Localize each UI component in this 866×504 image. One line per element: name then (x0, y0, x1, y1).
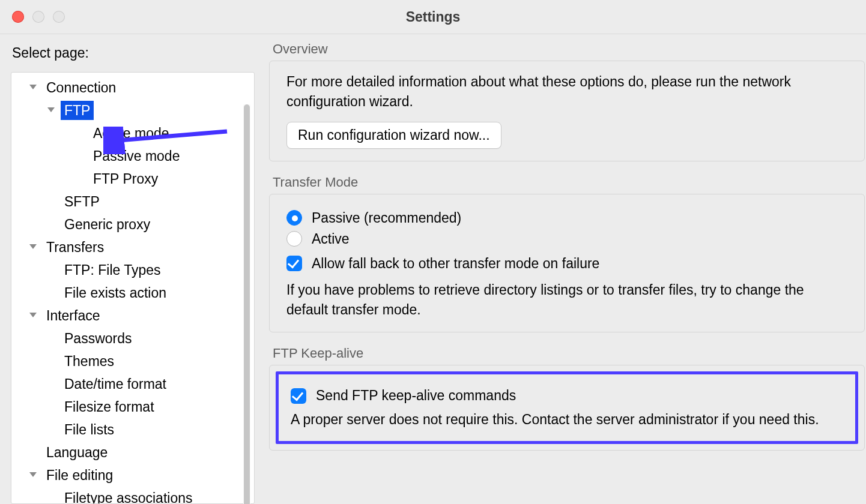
zoom-icon[interactable] (53, 11, 65, 23)
tree-item-passwords[interactable]: Passwords (11, 327, 254, 350)
radio-active[interactable]: Active (286, 231, 847, 247)
checkbox-fallback[interactable]: Allow fall back to other transfer mode o… (286, 256, 847, 272)
checkbox-label: Send FTP keep-alive commands (316, 388, 516, 404)
tree-item-ftp[interactable]: FTP (11, 99, 254, 122)
body: Select page: Connection FTP Active mode (0, 34, 866, 504)
transfer-help-text: If you have problems to retrieve directo… (286, 280, 847, 320)
chevron-down-icon[interactable] (28, 83, 38, 92)
tree-label: Date/time format (64, 373, 166, 395)
overview-text: For more detailed information about what… (286, 72, 847, 112)
tree-item-filesize[interactable]: Filesize format (11, 395, 254, 418)
tree-label: Active mode (93, 122, 169, 145)
sidebar-label: Select page: (12, 45, 255, 61)
keepalive-title: FTP Keep-alive (273, 346, 866, 361)
sidebar: Select page: Connection FTP Active mode (0, 34, 255, 504)
checkbox-icon[interactable] (286, 256, 302, 271)
tree-label: Filetype associations (64, 487, 193, 504)
chevron-down-icon[interactable] (28, 242, 38, 252)
tree-label: Passwords (64, 327, 132, 350)
tree-item-themes[interactable]: Themes (11, 350, 254, 373)
tree-item-ftp-proxy[interactable]: FTP Proxy (11, 167, 254, 190)
checkbox-icon[interactable] (291, 388, 306, 404)
tree-label: File editing (46, 464, 113, 487)
tree-label: FTP: File Types (64, 259, 161, 281)
tree-item-generic-proxy[interactable]: Generic proxy (11, 213, 254, 236)
radio-label: Passive (recommended) (312, 210, 461, 226)
annotation-highlight: Send FTP keep-alive commands A proper se… (276, 371, 858, 443)
keepalive-help-text: A proper server does not require this. C… (291, 410, 843, 430)
window-controls (12, 11, 65, 23)
close-icon[interactable] (12, 11, 24, 23)
tree-label: SFTP (64, 190, 100, 213)
tree-label: Generic proxy (64, 213, 150, 236)
tree-label: Themes (64, 350, 114, 373)
tree-item-active-mode[interactable]: Active mode (11, 122, 254, 145)
tree-item-transfers[interactable]: Transfers (11, 236, 254, 259)
tree-label: Interface (46, 304, 100, 327)
minimize-icon[interactable] (32, 11, 44, 23)
tree-label: Transfers (46, 236, 104, 259)
titlebar: Settings (0, 0, 866, 34)
tree-item-file-editing[interactable]: File editing (11, 464, 254, 487)
radio-icon[interactable] (286, 210, 302, 226)
page-tree: Connection FTP Active mode Passive mode … (11, 72, 255, 504)
tree-item-date-time[interactable]: Date/time format (11, 373, 254, 395)
keepalive-panel: Send FTP keep-alive commands A proper se… (269, 365, 865, 450)
tree-label: Language (46, 441, 107, 464)
checkbox-keepalive[interactable]: Send FTP keep-alive commands (291, 388, 843, 404)
tree-label: FTP Proxy (93, 167, 158, 190)
tree-label: Passive mode (93, 145, 180, 167)
sidebar-scrollbar[interactable] (243, 104, 250, 504)
tree-item-interface[interactable]: Interface (11, 304, 254, 327)
tree-label: File lists (64, 418, 114, 441)
chevron-down-icon[interactable] (28, 311, 38, 320)
transfer-mode-panel: Passive (recommended) Active Allow fall … (269, 194, 865, 333)
radio-passive[interactable]: Passive (recommended) (286, 210, 847, 226)
tree-item-ftp-file-types[interactable]: FTP: File Types (11, 259, 254, 281)
tree-label: Filesize format (64, 395, 154, 418)
tree-label: Connection (46, 76, 116, 99)
radio-icon[interactable] (286, 231, 302, 247)
tree-item-passive-mode[interactable]: Passive mode (11, 145, 254, 167)
checkbox-label: Allow fall back to other transfer mode o… (312, 256, 599, 272)
chevron-down-icon[interactable] (28, 470, 38, 480)
radio-label: Active (312, 231, 350, 247)
transfer-mode-title: Transfer Mode (273, 175, 866, 190)
window-title: Settings (0, 9, 866, 25)
overview-panel: For more detailed information about what… (269, 61, 865, 161)
tree-item-sftp[interactable]: SFTP (11, 190, 254, 213)
tree-item-connection[interactable]: Connection (11, 76, 254, 99)
chevron-down-icon[interactable] (46, 106, 56, 115)
tree-item-file-lists[interactable]: File lists (11, 418, 254, 441)
content: Overview For more detailed information a… (255, 34, 866, 504)
scrollbar-thumb[interactable] (244, 104, 250, 504)
tree-label: File exists action (64, 281, 166, 304)
tree-label-selected: FTP (61, 101, 94, 120)
tree-item-filetype-assoc[interactable]: Filetype associations (11, 487, 254, 504)
tree-item-language[interactable]: Language (11, 441, 254, 464)
overview-title: Overview (273, 41, 866, 57)
tree-item-file-exists[interactable]: File exists action (11, 281, 254, 304)
run-wizard-button[interactable]: Run configuration wizard now... (286, 122, 501, 149)
settings-window: Settings Select page: Connection FTP Act… (0, 0, 866, 504)
